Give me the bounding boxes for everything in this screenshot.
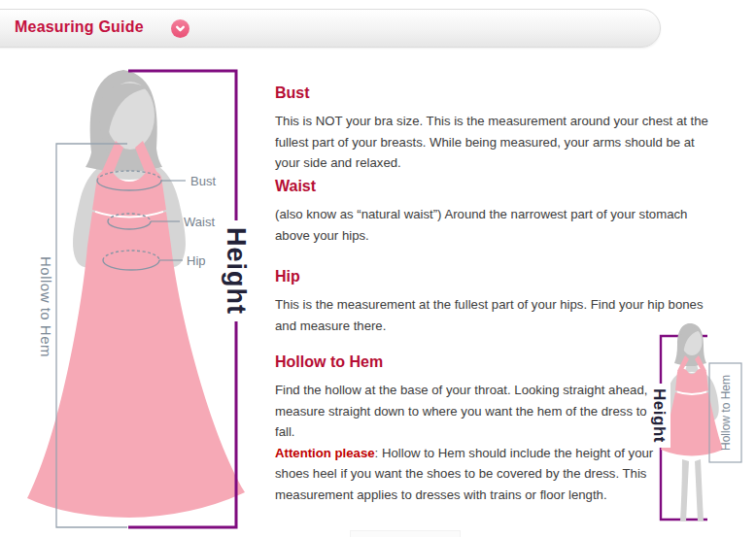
section-waist: Waist (also know as “natural waist”) Aro… (275, 178, 722, 246)
small-woman-legs (680, 459, 704, 521)
hip-label: Hip (187, 253, 206, 268)
svg-text:Height: Height (650, 388, 669, 443)
height-vertical-label-small: Height (649, 384, 670, 448)
woman-head (86, 70, 162, 171)
bust-label: Bust (190, 174, 216, 188)
hollow-body-text: Find the hollow at the base of your thro… (275, 383, 647, 439)
section-body: (also know as “natural waist”) Around th… (275, 204, 722, 246)
height-vertical-label: Height (222, 220, 251, 321)
measuring-guide-header[interactable]: Measuring Guide (0, 9, 661, 48)
section-heading: Hip (275, 268, 722, 285)
section-heading: Waist (275, 178, 722, 195)
next-section-edge (350, 530, 461, 537)
measurement-diagram-small: Hollow to Hem Height (636, 316, 756, 537)
svg-text:Height: Height (222, 227, 251, 315)
hollow-to-hem-vertical-label-small: Hollow to Hem (719, 375, 733, 451)
svg-text:Hollow to Hem: Hollow to Hem (719, 375, 733, 451)
measuring-guide-page: Measuring Guide (0, 0, 756, 537)
section-body: Find the hollow at the base of your thro… (275, 380, 656, 506)
hollow-to-hem-vertical-label: Hollow to Hem (38, 256, 54, 357)
chevron-glyph (174, 22, 187, 35)
svg-text:Hollow to Hem: Hollow to Hem (38, 256, 54, 357)
dress-illustration (27, 141, 245, 518)
section-bust: Bust This is NOT your bra size. This is … (275, 84, 722, 174)
page-title: Measuring Guide (15, 18, 144, 36)
chevron-down-icon[interactable] (171, 19, 189, 38)
section-heading: Bust (275, 84, 722, 102)
section-heading: Hollow to Hem (275, 353, 656, 371)
waist-label: Waist (184, 215, 215, 229)
measurement-diagram-large: Bust Waist Hip Hollow to Hem Height (0, 53, 272, 537)
small-woman-head (674, 323, 706, 366)
section-hollow-to-hem: Hollow to Hem Find the hollow at the bas… (275, 353, 656, 506)
section-body: This is NOT your bra size. This is the m… (275, 111, 722, 174)
attention-label: Attention please (275, 446, 375, 460)
